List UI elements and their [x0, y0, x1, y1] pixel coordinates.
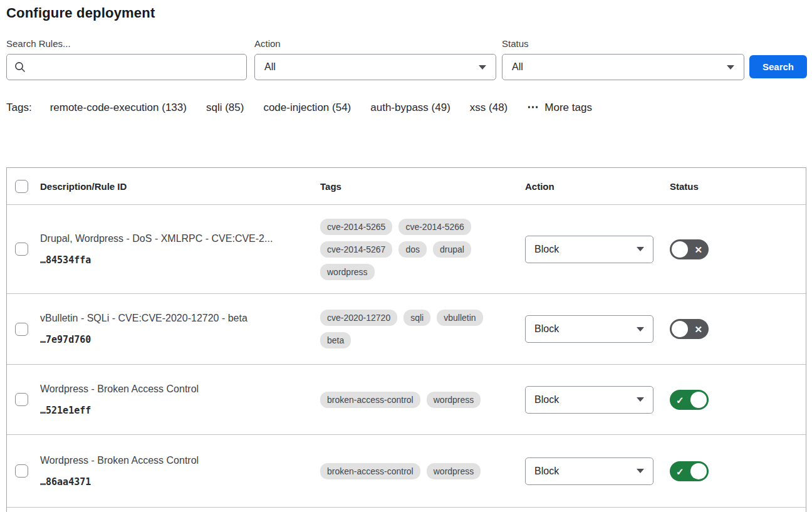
chevron-down-icon	[727, 65, 734, 70]
chevron-down-icon	[637, 397, 644, 402]
column-header-description: Description/Rule ID	[40, 181, 320, 192]
search-icon	[14, 61, 26, 73]
rule-tags: cve-2014-5265cve-2014-5266cve-2014-5267d…	[320, 219, 525, 280]
rules-table: Description/Rule ID Tags Action Status D…	[6, 167, 806, 512]
configure-deployment-page: Configure deployment Search Rules... Act…	[0, 0, 812, 512]
column-header-tags: Tags	[320, 181, 525, 192]
table-row-partial	[7, 507, 806, 512]
toggle-state-icon: ✕	[694, 244, 702, 254]
row-checkbox[interactable]	[15, 323, 28, 336]
table-row: Drupal, Wordpress - DoS - XMLRPC - CVE:C…	[7, 204, 806, 293]
action-value: Block	[534, 244, 559, 255]
rule-description: Wordpress - Broken Access Control	[40, 455, 304, 466]
chevron-down-icon	[637, 247, 644, 251]
action-value: Block	[534, 466, 559, 477]
tag-filter-code-injection[interactable]: code-injection (54)	[263, 102, 351, 114]
tag-pill: broken-access-control	[320, 463, 420, 479]
tag-pill: wordpress	[320, 264, 375, 280]
tag-pill: dos	[398, 241, 427, 258]
rule-id: …86aa4371	[40, 476, 304, 488]
action-select[interactable]: Block	[525, 386, 653, 414]
rule-id: …7e97d760	[40, 334, 304, 345]
tag-pill: cve-2014-5265	[320, 219, 392, 235]
rule-id: …521e1eff	[40, 405, 304, 416]
tag-pill: cve-2020-12720	[320, 310, 397, 326]
toggle-state-icon: ✓	[676, 466, 684, 476]
table-header-row: Description/Rule ID Tags Action Status	[7, 168, 806, 204]
action-select[interactable]: Block	[525, 457, 653, 485]
row-checkbox[interactable]	[15, 464, 28, 478]
tags-bar: Tags: remote-code-execution (133) sqli (…	[6, 102, 592, 114]
column-header-status: Status	[670, 181, 806, 192]
toggle-knob	[672, 241, 688, 258]
rule-description: Wordpress - Broken Access Control	[40, 384, 304, 395]
row-checkbox[interactable]	[15, 243, 28, 256]
tag-pill: broken-access-control	[320, 392, 420, 408]
status-filter-select[interactable]: All	[502, 54, 744, 80]
status-toggle[interactable]: ✕	[670, 319, 709, 339]
table-row: vBulletin - SQLi - CVE:CVE-2020-12720 - …	[7, 293, 806, 364]
status-toggle[interactable]: ✓	[670, 390, 709, 410]
rule-description: vBulletin - SQLi - CVE:CVE-2020-12720 - …	[40, 313, 304, 324]
tag-pill: wordpress	[427, 463, 481, 479]
tag-filter-xss[interactable]: xss (48)	[470, 102, 508, 114]
tag-pill: sqli	[403, 310, 430, 326]
tag-pill: cve-2014-5266	[398, 219, 471, 235]
tags-bar-label: Tags:	[6, 102, 32, 114]
action-select[interactable]: Block	[525, 315, 653, 343]
tag-filter-remote-code-execution[interactable]: remote-code-execution (133)	[50, 102, 187, 114]
search-rules-label: Search Rules...	[6, 38, 71, 49]
action-filter-value: All	[264, 61, 276, 73]
action-value: Block	[534, 323, 559, 335]
chevron-down-icon	[479, 65, 486, 70]
toggle-knob	[690, 463, 707, 479]
select-all-checkbox[interactable]	[15, 180, 28, 193]
status-toggle[interactable]: ✕	[670, 239, 709, 259]
action-filter-select[interactable]: All	[254, 54, 496, 80]
tag-pill: wordpress	[427, 392, 481, 408]
toggle-knob	[690, 392, 707, 408]
rule-id: …84534ffa	[40, 254, 304, 266]
row-checkbox[interactable]	[15, 393, 28, 406]
more-tags-label: More tags	[544, 102, 592, 114]
more-tags-link[interactable]: ⋯ More tags	[527, 102, 592, 114]
rule-tags: broken-access-controlwordpress	[320, 392, 525, 408]
column-header-action: Action	[525, 181, 670, 192]
toggle-state-icon: ✕	[694, 325, 702, 334]
rule-description: Drupal, Wordpress - DoS - XMLRPC - CVE:C…	[40, 233, 304, 244]
rule-tags: broken-access-controlwordpress	[320, 463, 525, 479]
page-title: Configure deployment	[6, 5, 155, 21]
toggle-knob	[672, 321, 688, 337]
rule-tags: cve-2020-12720sqlivbulletinbeta	[320, 310, 525, 348]
status-filter-label: Status	[502, 38, 529, 49]
action-value: Block	[534, 394, 559, 405]
toggle-state-icon: ✓	[676, 395, 684, 404]
tag-filter-sqli[interactable]: sqli (85)	[206, 102, 244, 114]
chevron-down-icon	[637, 327, 644, 332]
action-filter-label: Action	[254, 38, 281, 49]
table-row: Wordpress - Broken Access Control …86aa4…	[7, 434, 806, 507]
chevron-down-icon	[637, 469, 644, 473]
status-filter-value: All	[512, 61, 523, 73]
search-rules-box	[6, 54, 247, 80]
search-rules-input[interactable]	[31, 61, 239, 73]
ellipsis-icon: ⋯	[527, 101, 539, 113]
tag-pill: drupal	[433, 241, 471, 258]
tag-pill: vbulletin	[437, 310, 482, 326]
search-button[interactable]: Search	[749, 55, 807, 78]
tag-pill: cve-2014-5267	[320, 241, 392, 258]
status-toggle[interactable]: ✓	[670, 461, 709, 481]
action-select[interactable]: Block	[525, 236, 653, 263]
tag-filter-auth-bypass[interactable]: auth-bypass (49)	[370, 102, 450, 114]
tag-pill: beta	[320, 332, 351, 348]
table-row: Wordpress - Broken Access Control …521e1…	[7, 364, 806, 434]
